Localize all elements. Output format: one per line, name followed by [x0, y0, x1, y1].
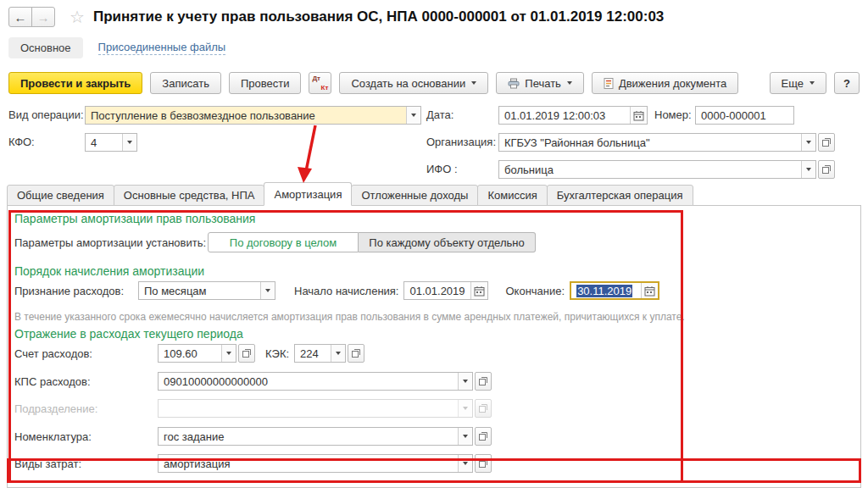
toggle-each-object[interactable]: По каждому объекту отдельно	[359, 232, 536, 252]
calendar-icon[interactable]	[641, 283, 658, 298]
arrow-right-icon: →	[37, 10, 50, 25]
dtkt-postings-button[interactable]: Дт Кт	[309, 72, 331, 94]
expense-account-label: Счет расходов:	[14, 347, 158, 360]
more-button[interactable]: Еще	[770, 72, 826, 94]
back-button[interactable]: ←	[8, 7, 32, 27]
chevron-down-icon	[265, 289, 270, 292]
operation-type-dropdown[interactable]	[406, 107, 420, 124]
organization-field[interactable]: КГБУЗ "Районная больница"	[498, 133, 816, 152]
accrual-start-field[interactable]: 01.01.2019	[403, 281, 488, 300]
department-field	[158, 399, 473, 418]
expense-account-field[interactable]: 109.60	[158, 344, 236, 363]
ifo-field[interactable]: больница	[498, 160, 816, 179]
help-button[interactable]: ?	[834, 72, 860, 94]
ifo-value: больница	[499, 164, 801, 176]
create-based-on-label: Создать на основании	[351, 77, 465, 90]
ifo-dropdown[interactable]	[801, 161, 815, 178]
open-form-icon	[821, 164, 832, 175]
attached-files-link[interactable]: Присоединенные файлы	[98, 41, 226, 55]
nomenclature-field[interactable]: гос задание	[158, 427, 473, 446]
cost-type-open-button[interactable]	[475, 454, 492, 473]
tab-amortization[interactable]: Амортизация	[264, 182, 352, 206]
cost-type-field[interactable]: амортизация	[158, 454, 473, 473]
tab-deferred-income[interactable]: Отложенные доходы	[351, 185, 478, 206]
expense-recognition-dropdown[interactable]	[260, 282, 275, 299]
accrual-end-field[interactable]: 30.11.2019	[570, 281, 659, 300]
cost-type-row: Виды затрат: амортизация	[14, 454, 860, 473]
kps-open-button[interactable]	[475, 372, 492, 391]
tab-accounting-operation[interactable]: Бухгалтерская операция	[547, 185, 693, 206]
accrual-end-label: Окончание:	[505, 285, 565, 297]
nav-row: Основное Присоединенные файлы	[0, 37, 868, 58]
forward-button[interactable]: →	[31, 7, 55, 27]
accrual-start-label: Начало начисления:	[294, 285, 398, 297]
accrual-start-value: 01.01.2019	[404, 285, 470, 297]
kek-dropdown[interactable]	[331, 345, 345, 362]
tab-general-info[interactable]: Общие сведения	[7, 185, 114, 206]
favorites-star-icon[interactable]: ☆	[70, 8, 85, 25]
operation-type-label: Вид операции:	[8, 106, 84, 125]
kek-field[interactable]: 224	[294, 344, 346, 363]
kfo-value: 4	[86, 136, 122, 149]
toggle-whole-contract[interactable]: По договору в целом	[208, 232, 359, 252]
write-button[interactable]: Записать	[150, 72, 221, 94]
organization-dropdown[interactable]	[801, 134, 815, 151]
expense-recognition-field[interactable]: По месяцам	[138, 281, 275, 300]
calendar-icon[interactable]	[470, 282, 487, 299]
chevron-down-icon	[810, 81, 815, 85]
number-field[interactable]: 0000-000001	[695, 106, 794, 125]
post-and-close-button[interactable]: Провести и закрыть	[8, 72, 142, 94]
cost-type-value: амортизация	[159, 458, 458, 470]
expense-account-value: 109.60	[159, 347, 221, 360]
chevron-down-icon	[463, 435, 468, 438]
dt-label: Дт	[312, 75, 320, 82]
document-movements-label: Движения документа	[619, 77, 726, 90]
nomenclature-dropdown[interactable]	[458, 428, 472, 445]
organization-open-button[interactable]	[818, 133, 835, 152]
print-label: Печать	[525, 77, 561, 90]
section-title-amortization-params: Параметры амортизации прав пользования	[14, 212, 860, 225]
arrow-left-icon: ←	[14, 10, 27, 25]
toolbar: Провести и закрыть Записать Провести Дт …	[0, 72, 868, 94]
department-label: Подразделение:	[14, 402, 158, 415]
history-nav: ← →	[8, 7, 55, 27]
chevron-down-icon	[411, 114, 416, 117]
set-params-row: Параметры амортизации установить: По дог…	[14, 232, 860, 252]
date-label: Дата:	[426, 106, 453, 125]
expense-recognition-value: По месяцам	[139, 285, 260, 297]
operation-type-field[interactable]: Поступление в безвозмездное пользование	[85, 106, 421, 125]
chevron-down-icon	[806, 141, 811, 144]
set-params-label: Параметры амортизации установить:	[14, 236, 208, 249]
calendar-icon[interactable]	[630, 107, 647, 124]
department-row: Подразделение:	[14, 399, 860, 418]
date-field[interactable]: 01.01.2019 12:00:03	[498, 106, 648, 125]
chevron-down-icon	[336, 352, 341, 355]
nomenclature-open-button[interactable]	[475, 427, 492, 446]
open-form-icon	[351, 348, 361, 358]
tab-fixed-assets[interactable]: Основные средства, НПА	[114, 185, 265, 206]
cost-type-dropdown[interactable]	[458, 455, 472, 472]
more-label: Еще	[782, 77, 804, 90]
accrual-hint-text: В течение указанного срока ежемесячно на…	[14, 311, 860, 323]
kt-label: Кт	[321, 84, 329, 92]
document-header-fields: Вид операции: Поступление в безвозмездно…	[0, 101, 868, 182]
open-form-icon	[821, 137, 832, 147]
expense-account-dropdown[interactable]	[221, 345, 236, 362]
expense-account-open-button[interactable]	[238, 344, 255, 363]
expense-recognition-label: Признание расходов:	[14, 285, 138, 297]
create-based-on-button[interactable]: Создать на основании	[339, 72, 488, 94]
post-button[interactable]: Провести	[229, 72, 302, 94]
document-movements-button[interactable]: Движения документа	[592, 72, 738, 94]
kek-open-button[interactable]	[348, 344, 364, 363]
kfo-field[interactable]: 4	[85, 133, 137, 152]
tab-commission[interactable]: Комиссия	[477, 185, 547, 206]
kps-field[interactable]: 09010000000000000	[158, 372, 473, 391]
nav-tab-main[interactable]: Основное	[8, 37, 83, 58]
kps-dropdown[interactable]	[458, 373, 472, 390]
print-button[interactable]: Печать	[496, 72, 584, 94]
kfo-dropdown[interactable]	[122, 134, 136, 151]
nomenclature-label: Номенклатура:	[14, 430, 158, 443]
ifo-open-button[interactable]	[818, 160, 835, 179]
number-value: 0000-000001	[696, 109, 793, 122]
organization-label: Организация:	[426, 133, 496, 152]
